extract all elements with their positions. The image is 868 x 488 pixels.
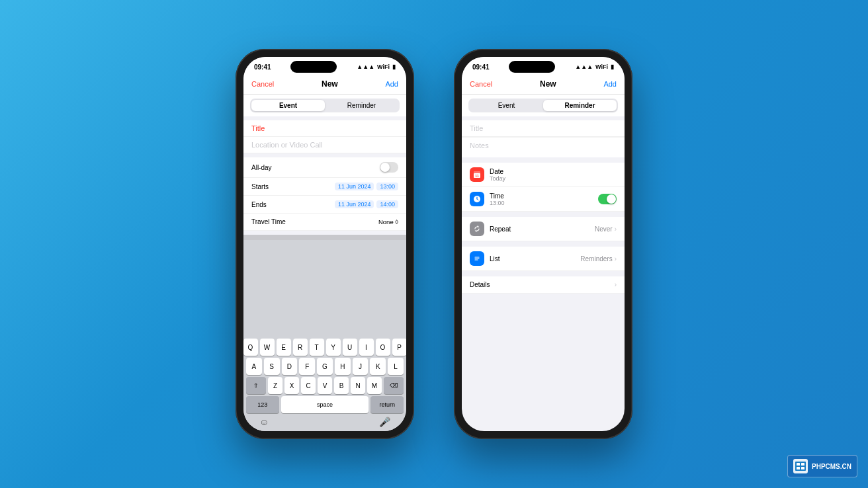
title-input-right[interactable]: Title [462,120,625,137]
time-content: Time 13:00 [490,192,593,206]
key-f[interactable]: F [299,358,315,375]
dynamic-island-left [290,61,337,73]
date-icon: 11 [470,167,484,182]
time-right: 09:41 [472,63,490,71]
details-row[interactable]: Details › [462,276,625,294]
key-n[interactable]: N [351,377,365,394]
key-t[interactable]: T [310,339,324,356]
svg-rect-17 [801,467,804,469]
repeat-content: Repeat [490,225,589,233]
separator-4 [462,271,625,276]
watermark-text: PHPCMS.CN [812,463,851,470]
cancel-button-right[interactable]: Cancel [470,80,492,88]
key-delete[interactable]: ⌫ [384,377,404,394]
separator-3 [462,241,625,247]
nav-bar-right: Cancel New Add [462,75,625,95]
keyboard-row-1: Q W E R T Y U I O P [246,339,404,356]
key-123[interactable]: 123 [246,396,279,413]
status-bar-left: 09:41 ▲▲▲ WiFi ▮ [243,57,406,75]
watermark: PHPCMS.CN [787,455,857,477]
allday-toggle[interactable] [380,162,398,173]
time-row[interactable]: Time 13:00 [462,187,625,212]
key-l[interactable]: L [388,358,404,375]
key-shift[interactable]: ⇧ [246,377,266,394]
key-u[interactable]: U [343,339,357,356]
add-button-left[interactable]: Add [385,80,398,88]
ends-time: 14:00 [376,200,398,208]
status-icons-left: ▲▲▲ WiFi ▮ [357,63,396,70]
key-c[interactable]: C [301,377,316,394]
repeat-row[interactable]: Repeat Never › [462,217,625,241]
signal-icon: ▲▲▲ [357,63,374,70]
nav-title-right: New [540,79,556,89]
key-o[interactable]: O [376,339,390,356]
key-v[interactable]: V [318,377,332,394]
key-d[interactable]: D [282,358,298,375]
status-icons-right: ▲▲▲ WiFi ▮ [575,63,614,70]
key-x[interactable]: X [284,377,299,394]
location-input-left[interactable]: Location or Video Call [243,137,406,153]
time-icon [470,192,484,206]
separator-2 [462,212,625,217]
key-b[interactable]: B [334,377,349,394]
cancel-button-left[interactable]: Cancel [251,80,274,88]
key-k[interactable]: K [370,358,386,375]
time-left: 09:41 [254,63,271,71]
form-right: Title [462,120,625,137]
key-y[interactable]: Y [326,339,341,356]
keyboard: Q W E R T Y U I O P A S D F G H J K L [243,240,406,431]
time-toggle[interactable] [598,194,617,204]
title-input-left[interactable]: Title [243,120,406,137]
ends-value: 11 Jun 2024 14:00 [335,200,398,208]
key-return[interactable]: return [370,396,404,413]
date-row[interactable]: 11 Date Today [462,163,625,187]
starts-row[interactable]: Starts 11 Jun 2024 13:00 [243,178,406,196]
key-e[interactable]: E [277,339,291,356]
watermark-logo [793,459,808,473]
emoji-icon[interactable]: ☺ [259,417,269,427]
wifi-icon-right: WiFi [595,63,608,70]
keyboard-row-3: ⇧ Z X C V B N M ⌫ [246,377,404,394]
ends-row[interactable]: Ends 11 Jun 2024 14:00 [243,196,406,214]
key-i[interactable]: I [359,339,374,356]
reminder-tab-left[interactable]: Reminder [325,100,398,111]
event-rows: All-day Starts 11 Jun 2024 13:00 Ends 11… [243,157,406,231]
keyboard-bottom-bar: ☺ 🎤 [246,415,404,430]
event-tab-left[interactable]: Event [251,100,325,111]
event-tab-right[interactable]: Event [470,100,543,111]
key-z[interactable]: Z [268,377,282,394]
key-p[interactable]: P [392,339,407,356]
starts-value: 11 Jun 2024 13:00 [335,183,398,190]
key-h[interactable]: H [335,358,351,375]
keyboard-row-2: A S D F G H J K L [246,358,404,375]
key-j[interactable]: J [353,358,369,375]
starts-time: 13:00 [376,183,398,190]
list-content: List [490,255,575,263]
nav-title-left: New [322,79,338,89]
repeat-right: Never › [595,225,617,233]
key-w[interactable]: W [260,339,275,356]
key-s[interactable]: S [264,358,280,375]
notes-input-right[interactable]: Notes [462,138,625,157]
key-space[interactable]: space [281,396,369,413]
key-m[interactable]: M [367,377,382,394]
mic-icon[interactable]: 🎤 [379,417,390,427]
key-a[interactable]: A [246,358,262,375]
reminder-tab-right[interactable]: Reminder [543,100,617,111]
svg-rect-8 [472,224,482,233]
list-row[interactable]: List Reminders › [462,247,625,271]
key-r[interactable]: R [293,339,308,356]
ends-date: 11 Jun 2024 [335,200,374,208]
svg-text:11: 11 [475,174,479,178]
travel-row[interactable]: Travel Time None ◊ [243,214,406,231]
starts-date: 11 Jun 2024 [335,183,374,190]
wifi-icon: WiFi [377,63,390,70]
form-left: Title Location or Video Call [243,120,406,153]
left-phone-screen: 09:41 ▲▲▲ WiFi ▮ Cancel New Add Event Re… [243,57,406,431]
svg-rect-14 [797,463,800,466]
add-button-right[interactable]: Add [603,80,617,88]
key-g[interactable]: G [317,358,333,375]
signal-icon-right: ▲▲▲ [575,63,593,70]
segment-left: Event Reminder [243,95,406,116]
key-q[interactable]: Q [243,339,258,356]
